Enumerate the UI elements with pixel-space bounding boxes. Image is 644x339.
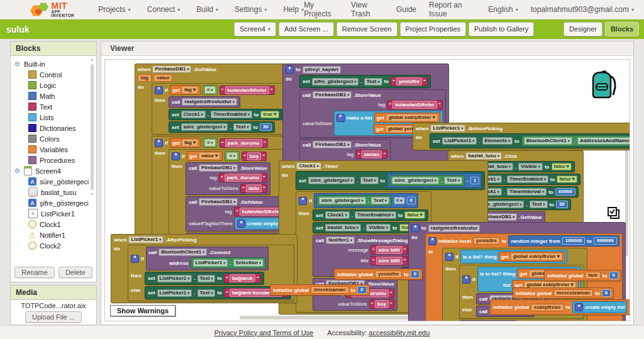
tree-screen4[interactable]: ⊖Screen4 (14, 165, 95, 176)
dropdown[interactable]: FirebaseDB1▾ (313, 91, 352, 99)
dropdown[interactable]: Visible▾ (518, 163, 543, 170)
menu-connect[interactable]: Connect▾ (147, 5, 180, 14)
builtin-procedures[interactable]: Procedures (14, 155, 95, 165)
dropdown[interactable]: FirebaseDB1▾ (199, 164, 238, 172)
get-variable-block[interactable]: gettag▾ (170, 138, 201, 148)
block[interactable]: callFirebaseDB1▾.GetValuetag“kulanılanSi… (186, 196, 292, 231)
block[interactable]: callşifreyi_kaydet▾ (459, 320, 518, 321)
dropdown[interactable]: FirebaseDB1▾ (152, 65, 191, 73)
mutator-icon[interactable]: * (131, 255, 139, 263)
privacy-link[interactable]: Privacy Policy and Terms of Use (214, 329, 314, 336)
block[interactable]: *ifgettag▾=▾“kulanılanSifreler”thencallr… (152, 83, 286, 135)
inline-block[interactable]: random integer from100000to999999 (508, 235, 619, 247)
block[interactable]: setListPicker1▾.Text▾to“bağlantı kurulam… (145, 286, 291, 299)
mutator-icon[interactable]: * (172, 152, 180, 160)
number-block[interactable]: 0 (602, 289, 611, 297)
dropdown[interactable]: =▾ (394, 197, 405, 204)
init-global-mevcutzaman[interactable]: initialize globalmevcutzamanto0 (513, 287, 614, 299)
link-report-an-issue[interactable]: Report an Issue (429, 1, 475, 18)
button-add-screen-[interactable]: Add Screen ... (279, 22, 334, 36)
dropdown[interactable]: süre_göstergeci▾ (392, 177, 439, 184)
screen-selector[interactable]: Screen4▾ (234, 22, 276, 36)
when-listpicker1-beforepicking[interactable]: whenListPicker1▾.BeforePickingdosetListP… (413, 123, 630, 150)
number-block[interactable]: 30 (260, 123, 272, 131)
dropdown[interactable]: süre_göstergeci▾ (319, 197, 366, 204)
text-block[interactable]: “park_durumu” (219, 138, 268, 148)
language-selector[interactable]: English▾ (488, 5, 518, 14)
text-block[interactable]: “kulanılanSifreler” (219, 86, 275, 95)
builtin-logic[interactable]: Logic (14, 80, 95, 91)
mutator-icon[interactable]: * (575, 303, 583, 311)
rename-button[interactable]: Rename (14, 267, 55, 278)
blocks-button[interactable]: Blocks (605, 22, 639, 36)
dropdown[interactable]: TimerEnabled▾ (355, 211, 396, 219)
block[interactable]: setListPicker1▾.Elements▾toBluetoothClie… (430, 133, 630, 148)
component-clock1[interactable]: Clock1 (14, 219, 95, 230)
component-notifier1[interactable]: ⚠Notifier1 (14, 230, 95, 240)
block[interactable]: setsüre_göstergeci▾.Text▾tosüre_gösterge… (296, 171, 485, 190)
component-clock2[interactable]: Clock2 (14, 240, 95, 251)
block[interactable]: callrastgelesifreolustur▾ (169, 96, 240, 108)
mutator-icon[interactable]: * (237, 220, 245, 228)
dropdown[interactable]: Text▾ (360, 177, 379, 184)
init-global-eskisifreler[interactable]: initialize globaleskişifrelerto*create e… (490, 299, 630, 315)
mutator-icon[interactable]: * (299, 197, 307, 205)
show-warnings-button[interactable]: Show Warnings (110, 305, 175, 316)
number-block[interactable]: 0 (357, 286, 366, 294)
dropdown[interactable]: ListPicker1▾ (157, 275, 192, 282)
block[interactable]: callFirebaseDB1▾.StoreValuetag“park_duru… (186, 162, 270, 195)
dropdown[interactable]: Notifier1▾ (326, 236, 354, 244)
inline-block[interactable]: BluetoothClient1▾.AddressesAndNames▾ (521, 135, 630, 147)
get-variable-block[interactable]: gettag▾ (170, 85, 201, 95)
variable-pill[interactable]: value (153, 74, 172, 82)
account-menu[interactable]: topalmahmut903@gmail.com▾ (531, 5, 634, 14)
link-view-trash[interactable]: View Trash (351, 1, 384, 18)
text-block[interactable]: “süre bitti” (370, 256, 408, 265)
get-variable-block[interactable]: getvalue▾ (187, 151, 223, 161)
builtin-dictionaries[interactable]: Dictionaries (14, 123, 95, 133)
dropdown[interactable]: FirebaseDB1▾ (199, 198, 238, 206)
number-block[interactable]: 30 (556, 201, 568, 208)
builtin-control[interactable]: Control (14, 69, 95, 80)
text-block[interactable]: “bağlandı” (224, 274, 261, 283)
builtin-lists[interactable]: Lists (14, 112, 95, 123)
dropdown[interactable]: Text▾ (233, 123, 252, 131)
link-guide[interactable]: Guide (396, 5, 416, 14)
init-global-oncekizaman[interactable]: initialize globalöncekizamanto0 (270, 284, 370, 296)
dropdown[interactable]: ListPicker1▾ (430, 125, 465, 132)
mutator-icon[interactable]: * (155, 139, 163, 147)
boolean-block[interactable]: false▾ (404, 211, 425, 219)
variable-pill[interactable]: yenisifre (473, 237, 500, 245)
dropdown[interactable]: Elements▾ (482, 137, 513, 145)
inline-block[interactable]: süre_göstergeci▾.Text▾ (316, 195, 392, 206)
inline-block[interactable]: süre_göstergeci▾.Text▾ (389, 175, 465, 186)
get-variable-block[interactable]: getglobal eskişifreler▾ (374, 113, 440, 123)
inline-block[interactable]: callBluetoothClient1▾.ConnectaddressList… (146, 247, 269, 270)
mutator-icon[interactable]: * (462, 275, 470, 284)
blocks-canvas[interactable]: △ △ ⚠ 1 ✕ 0 ▽ ▽ Show Warnings (104, 59, 630, 321)
dropdown[interactable]: FirebaseDB1▾ (313, 141, 352, 148)
variable-pill[interactable]: tag (138, 74, 152, 82)
text-block[interactable]: “dolu” (240, 184, 267, 193)
number-block[interactable]: 0 (609, 272, 618, 279)
dropdown[interactable]: baslat_tusu▾ (325, 224, 361, 231)
builtin-colors[interactable]: Colors (14, 133, 95, 144)
compare-block[interactable]: =▾ (203, 85, 218, 95)
inline-block[interactable]: süre_göstergeci▾.Text▾=▾0 (314, 193, 418, 208)
component-şifre_göstergeci[interactable]: Aşifre_göstergeci (14, 197, 95, 208)
text-block[interactable]: “boş” (242, 152, 267, 161)
dropdown[interactable]: BluetoothClient1▾ (524, 137, 572, 145)
inline-block[interactable]: ListPicker1▾.Selection▾ (191, 257, 267, 269)
number-block[interactable]: 60000 (555, 188, 575, 196)
select-blocks-icon[interactable] (606, 206, 621, 221)
compare-block[interactable]: =▾ (203, 138, 218, 148)
text-block[interactable]: “zaman” (356, 150, 388, 159)
mutator-icon[interactable]: * (445, 253, 453, 261)
menu-build[interactable]: Build▾ (196, 5, 218, 14)
tree-builtin[interactable]: ⊖Built-in (14, 58, 95, 69)
component-süre_göstergeci[interactable]: Asüre_göstergeci (14, 176, 95, 187)
menu-projects[interactable]: Projects▾ (98, 5, 130, 14)
block[interactable]: setşifre_göstergeci▾.Text▾to“yenisifre” (299, 75, 431, 88)
builtin-variables[interactable]: Variables (14, 144, 95, 155)
dropdown[interactable]: ListPicker1▾ (193, 259, 228, 267)
